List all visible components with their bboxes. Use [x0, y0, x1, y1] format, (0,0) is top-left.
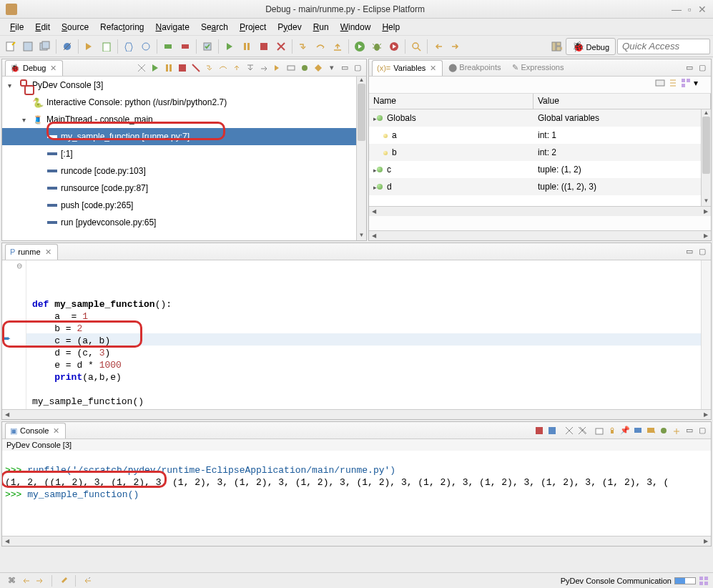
scrollbar-vertical[interactable]: ▲ ▼: [701, 109, 711, 206]
column-value[interactable]: Value: [533, 94, 711, 109]
scroll-right-icon[interactable]: ▶: [701, 207, 711, 216]
last-edit-button[interactable]: [80, 574, 94, 587]
scroll-left-icon[interactable]: ◀: [369, 231, 379, 240]
remove-all-button[interactable]: [576, 425, 588, 436]
debug-perspective-button[interactable]: 🐞 Debug: [566, 38, 616, 55]
code-text[interactable]: def my_sample_function(): a = 1 b = 2 c …: [26, 260, 701, 409]
scrollbar-horizontal[interactable]: ◀ ▶: [2, 536, 711, 546]
close-icon[interactable]: ✕: [49, 64, 58, 73]
scroll-lock-button[interactable]: [606, 425, 618, 436]
view-menu-button[interactable]: ▾: [326, 62, 338, 74]
fold-toggle-icon[interactable]: ⊖: [16, 262, 22, 270]
open-perspective-button[interactable]: +: [549, 39, 564, 54]
next-annot-button[interactable]: [448, 39, 463, 54]
dbg-resume-button[interactable]: [149, 62, 162, 74]
debug-tree[interactable]: ▾PyDev Console [3]🐍Interactive Console: …: [2, 77, 366, 240]
menu-refactoring[interactable]: Refactoring: [94, 20, 149, 34]
progress-group[interactable]: PyDev Console Communication: [561, 576, 709, 586]
menu-search[interactable]: Search: [195, 20, 234, 34]
maximize-button[interactable]: ▫: [684, 4, 694, 14]
debug-button[interactable]: [369, 39, 385, 54]
debug-tree-item[interactable]: runcode [code.py:103]: [2, 162, 366, 180]
next-edit-button[interactable]: [56, 574, 71, 587]
dbg-suspend-button[interactable]: [162, 62, 175, 74]
close-icon[interactable]: ✕: [428, 64, 438, 73]
scroll-left-icon[interactable]: ◀: [369, 207, 379, 216]
menu-file[interactable]: File: [4, 20, 29, 34]
menu-run[interactable]: Run: [308, 20, 335, 34]
stop-server-button[interactable]: [177, 39, 193, 54]
display-selected-button[interactable]: [632, 425, 644, 436]
gevent-button[interactable]: [298, 62, 311, 74]
disconnect-button[interactable]: [273, 39, 289, 54]
prev-annot-button[interactable]: [431, 39, 446, 54]
remove-launch-button[interactable]: [564, 425, 575, 436]
maximize-view-button[interactable]: ▢: [697, 62, 708, 74]
scroll-down-icon[interactable]: ▼: [702, 197, 711, 206]
forward-button[interactable]: [33, 574, 47, 587]
variables-table[interactable]: Name Value ▸GlobalsGlobal variablesaint:…: [369, 94, 711, 206]
variable-row[interactable]: ▸ctuple: (1, 2): [369, 161, 711, 178]
scroll-left-icon[interactable]: ◀: [2, 410, 12, 419]
menu-pydev[interactable]: Pydev: [272, 20, 307, 34]
show-type-names-button[interactable]: [655, 78, 665, 92]
manage-exceptions-button[interactable]: [121, 39, 137, 54]
show-debug-join-button[interactable]: [658, 425, 669, 436]
code-editor[interactable]: ⊖ ➨ def my_sample_function(): a = 1 b = …: [2, 260, 711, 409]
use-step-filters-button[interactable]: [257, 62, 270, 74]
validate-button[interactable]: [200, 39, 215, 54]
dbg-step-over-button[interactable]: [217, 62, 230, 74]
variable-row[interactable]: ▸GlobalsGlobal variables: [369, 109, 711, 127]
console-terminate-button[interactable]: [533, 425, 545, 436]
expressions-tab[interactable]: ✎ Expressions: [506, 63, 569, 72]
link-editor-button[interactable]: [671, 425, 682, 436]
filter-tasklets-button[interactable]: [312, 62, 325, 74]
console-save-button[interactable]: [546, 425, 558, 436]
new-console-button[interactable]: +: [645, 425, 657, 436]
minimize-button[interactable]: —: [672, 4, 682, 14]
scrollbar-vertical[interactable]: ▲ ▼: [356, 77, 366, 240]
scroll-left-icon[interactable]: ◀: [2, 536, 12, 546]
minimize-view-button[interactable]: ▭: [339, 62, 350, 74]
clear-console-button[interactable]: [594, 425, 605, 436]
minimize-view-button[interactable]: ▭: [684, 425, 695, 436]
debug-tree-item[interactable]: runsource [code.py:87]: [2, 180, 366, 197]
breakpoints-tab[interactable]: ⬤ Breakpoints: [443, 63, 506, 72]
column-name[interactable]: Name: [369, 94, 533, 109]
editor-tab[interactable]: P runme ✕: [5, 244, 58, 260]
maximize-view-button[interactable]: ▢: [352, 62, 363, 74]
scroll-thumb[interactable]: [358, 84, 365, 141]
set-next-stmt-button[interactable]: [271, 62, 284, 74]
debug-tree-item[interactable]: run [pydevconsole.py:65]: [2, 214, 366, 231]
terminate-button[interactable]: [256, 39, 272, 54]
dbg-step-return-button[interactable]: [230, 62, 243, 74]
menu-help[interactable]: Help: [376, 20, 405, 34]
select-process-button[interactable]: [285, 62, 298, 74]
ext-tools-button[interactable]: [386, 39, 402, 54]
back-button[interactable]: [19, 574, 33, 587]
scroll-down-icon[interactable]: ▼: [357, 232, 366, 240]
debug-server-button[interactable]: [160, 39, 176, 54]
overview-ruler[interactable]: [701, 260, 711, 409]
menu-source[interactable]: Source: [56, 20, 94, 34]
maximize-view-button[interactable]: ▢: [697, 425, 708, 436]
scrollbar-horizontal[interactable]: ◀ ▶: [369, 206, 711, 216]
close-icon[interactable]: ✕: [44, 248, 53, 257]
debug-tree-item[interactable]: [:1]: [2, 145, 366, 162]
collapse-all-button[interactable]: [668, 78, 678, 92]
dbg-step-into-button[interactable]: [203, 62, 216, 74]
resume-button[interactable]: [222, 39, 237, 54]
variable-row[interactable]: aint: 1: [369, 127, 711, 144]
run-button[interactable]: [352, 39, 368, 54]
menu-navigate[interactable]: Navigate: [150, 20, 195, 34]
variable-row[interactable]: bint: 2: [369, 144, 711, 161]
progress-details-button[interactable]: [699, 576, 709, 586]
new-wizard-button[interactable]: [3, 39, 19, 54]
debug-tree-item[interactable]: push [code.py:265]: [2, 197, 366, 214]
save-button[interactable]: [20, 39, 36, 54]
minimize-view-button[interactable]: ▭: [684, 246, 695, 258]
debug-tree-item[interactable]: ▾PyDev Console [3]: [2, 77, 366, 94]
suspend-button[interactable]: [239, 39, 255, 54]
pin-console-button[interactable]: 📌: [619, 425, 631, 436]
scrollbar-horizontal-outer[interactable]: ◀ ▶: [369, 230, 711, 240]
